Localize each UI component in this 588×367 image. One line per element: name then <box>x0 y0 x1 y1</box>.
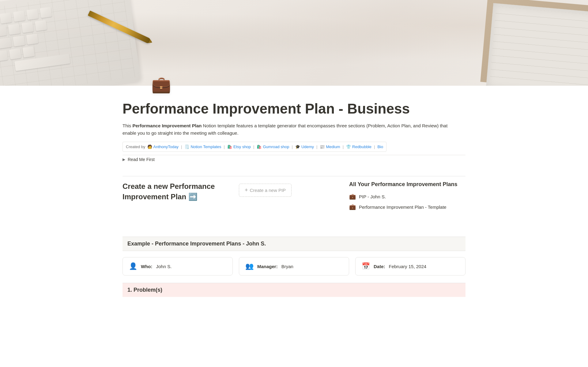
example-header: Example - Performance Improvement Plans … <box>123 237 466 251</box>
date-label: Date: <box>374 264 385 269</box>
date-value: February 15, 2024 <box>389 264 427 269</box>
udemy-link[interactable]: 🎓 Udemy <box>295 144 314 149</box>
manager-value: Bryan <box>281 264 293 269</box>
sep5: | <box>316 144 317 149</box>
sep1: | <box>181 144 182 149</box>
sep6: | <box>343 144 344 149</box>
problems-header: 1. Problem(s) <box>123 283 466 297</box>
example-section: Example - Performance Improvement Plans … <box>123 237 466 297</box>
sep7: | <box>374 144 375 149</box>
pip-item-label-1: PIP - John S. <box>359 194 386 199</box>
who-label: Who: <box>141 264 152 269</box>
who-value: John S. <box>156 264 172 269</box>
manager-label: Manager: <box>257 264 278 269</box>
page-icon: 💼 <box>150 73 172 95</box>
who-card: 👤 Who: John S. <box>123 257 233 275</box>
pip-list: 💼 PIP - John S. 💼 Performance Improvemen… <box>349 191 466 212</box>
etsy-link[interactable]: 🛍️ Etsy shop <box>227 144 251 149</box>
credits-bar: Created by 🧑 AnthonyToday | 🗒️ Notion Te… <box>123 142 386 152</box>
redbubble-link[interactable]: 👕 Redbubble <box>346 144 371 149</box>
medium-link[interactable]: 📰 Medium <box>320 144 340 149</box>
toggle-icon: ▶ <box>123 157 125 162</box>
example-title: Example - Performance Improvement Plans … <box>127 241 266 247</box>
credits-label: Created by <box>126 144 145 149</box>
plus-icon: + <box>245 187 248 193</box>
sep2: | <box>224 144 225 149</box>
section-divider <box>123 176 466 176</box>
page-title: Performance Improvement Plan - Business <box>123 100 466 117</box>
notebook-decoration <box>480 0 588 86</box>
manager-card: 👥 Manager: Bryan <box>239 257 349 275</box>
create-title: Create a new Performance Improvement Pla… <box>123 181 227 202</box>
read-me-toggle[interactable]: ▶ Read Me First <box>123 155 466 164</box>
pip-item-icon-1: 💼 <box>349 193 356 200</box>
create-center-panel: + Create a new PIP <box>239 181 337 197</box>
list-item[interactable]: 💼 PIP - John S. <box>349 191 466 202</box>
author-link[interactable]: 🧑 AnthonyToday <box>147 144 179 149</box>
list-item[interactable]: 💼 Performance Improvement Plan - Templat… <box>349 202 466 212</box>
sep3: | <box>253 144 254 149</box>
all-plans-title: All Your Performance Improvement Plans <box>349 181 466 188</box>
problems-title: 1. Problem(s) <box>127 287 162 293</box>
create-section: Create a new Performance Improvement Pla… <box>123 181 466 224</box>
bio-link[interactable]: Bio <box>377 144 383 149</box>
manager-icon: 👥 <box>245 262 254 270</box>
notion-link[interactable]: 🗒️ Notion Templates <box>184 144 221 149</box>
hero-banner <box>0 0 588 86</box>
sep4: | <box>292 144 292 149</box>
read-me-label: Read Me First <box>128 157 155 162</box>
date-icon: 📅 <box>362 262 370 270</box>
create-new-pip-button[interactable]: + Create a new PIP <box>239 184 292 197</box>
create-right-panel: All Your Performance Improvement Plans 💼… <box>349 181 466 212</box>
date-card: 📅 Date: February 15, 2024 <box>355 257 466 275</box>
who-icon: 👤 <box>129 262 137 270</box>
pip-item-label-2: Performance Improvement Plan - Template <box>359 204 447 210</box>
pip-item-icon-2: 💼 <box>349 204 356 210</box>
create-button-label: Create a new PIP <box>250 188 286 193</box>
info-cards: 👤 Who: John S. 👥 Manager: Bryan 📅 Date: … <box>123 257 466 275</box>
page-description: This Performance Improvement Plan Notion… <box>123 122 459 137</box>
gumroad-link[interactable]: 🛍️ Gumroad shop <box>257 144 289 149</box>
create-left-panel: Create a new Performance Improvement Pla… <box>123 181 227 202</box>
